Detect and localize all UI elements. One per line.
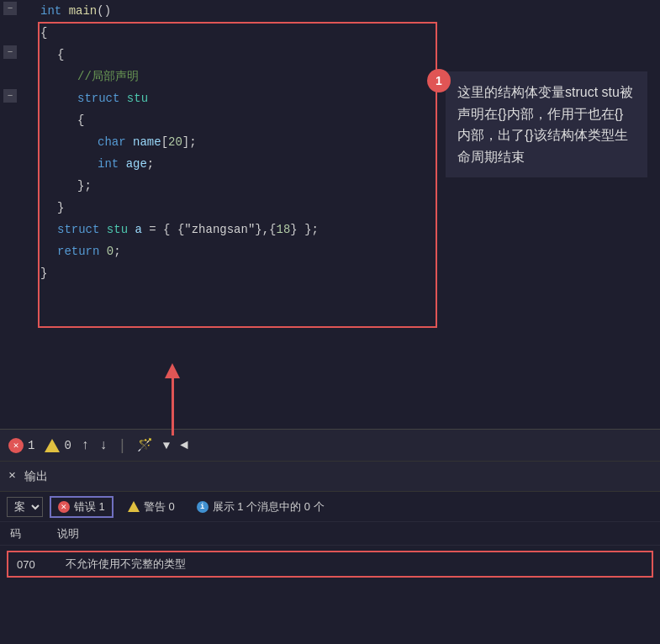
collapse-icon-2[interactable]: − xyxy=(3,45,17,59)
line-num-6 xyxy=(0,109,37,131)
table-header: 码 说明 xyxy=(0,522,660,546)
error-table-row[interactable]: 070 不允许使用不完整的类型 xyxy=(7,551,653,578)
line-num-7 xyxy=(0,131,37,153)
warning-count[interactable]: 0 xyxy=(45,439,71,452)
code-line-2: { xyxy=(37,22,660,44)
error-filter-label: 错误 1 xyxy=(74,499,105,515)
line-num-8 xyxy=(0,153,37,175)
error-description-cell: 不允许使用不完整的类型 xyxy=(59,557,652,572)
output-close-button[interactable]: × xyxy=(8,469,16,483)
warning-filter-label: 警告 0 xyxy=(144,499,175,515)
warning-icon xyxy=(45,439,60,452)
line-num-2 xyxy=(0,22,37,44)
code-line-11: struct stu a = { {"zhangsan"},{18} }; xyxy=(37,219,660,240)
editor-area: − − − int main() { xyxy=(0,0,660,429)
line-num-11 xyxy=(0,219,37,240)
warning-filter-icon xyxy=(128,501,140,512)
code-line-9: }; xyxy=(37,175,660,197)
nav-up-arrow[interactable]: ↑ xyxy=(82,438,90,453)
divider-1: | xyxy=(118,437,127,454)
output-title: 输出 xyxy=(24,469,48,484)
code-line-3: { xyxy=(37,44,660,66)
line-num-4 xyxy=(0,66,37,87)
warning-count-label: 0 xyxy=(64,439,71,452)
code-line-13: } xyxy=(37,262,660,284)
line-num-13 xyxy=(0,262,37,284)
code-line-1: int main() xyxy=(37,0,660,22)
output-header: × 输出 xyxy=(0,462,660,492)
error-count[interactable]: ✕ 1 xyxy=(8,438,34,453)
warning-filter-button[interactable]: 警告 0 xyxy=(120,497,182,517)
source-filter-dropdown[interactable]: 案 xyxy=(7,497,43,517)
collapse-icon-3[interactable]: − xyxy=(3,89,17,103)
col-header-description: 说明 xyxy=(50,526,660,541)
line-num-10 xyxy=(0,197,37,219)
line-num-12 xyxy=(0,240,37,262)
code-line-12: return 0; xyxy=(37,240,660,262)
error-filter-button[interactable]: ✕ 错误 1 xyxy=(50,496,114,518)
status-bar: ✕ 1 0 ↑ ↓ | 🪄 ▼ ◄ xyxy=(0,429,660,461)
error-icon: ✕ xyxy=(8,438,24,453)
info-filter-label: 展示 1 个消息中的 0 个 xyxy=(213,499,325,515)
col-header-code: 码 xyxy=(0,526,50,541)
annotation-tooltip: 这里的结构体变量struct stu被声明在{}内部，作用于也在{}内部，出了{… xyxy=(446,71,647,177)
line-num-9 xyxy=(0,175,37,197)
info-filter-icon: i xyxy=(197,501,209,513)
magic-wand-icon[interactable]: 🪄 xyxy=(137,437,153,453)
error-filter-icon: ✕ xyxy=(58,501,70,513)
code-lines[interactable]: int main() { { //局部声明 struct stu { char … xyxy=(37,0,660,429)
error-arrow xyxy=(165,363,180,435)
filter-bar: 案 ✕ 错误 1 警告 0 i 展示 1 个消息中的 0 个 xyxy=(0,492,660,522)
collapse-icon-1[interactable]: − xyxy=(3,2,17,15)
error-code-cell: 070 xyxy=(8,558,59,571)
error-count-label: 1 xyxy=(28,439,34,452)
nav-down-arrow[interactable]: ↓ xyxy=(99,438,108,453)
output-panel: × 输出 案 ✕ 错误 1 警告 0 i 展示 1 个消息中的 0 个 码 说明… xyxy=(0,461,660,644)
code-line-10: } xyxy=(37,197,660,219)
info-filter-button[interactable]: i 展示 1 个消息中的 0 个 xyxy=(189,497,332,517)
annotation-badge: 1 xyxy=(427,69,451,92)
dropdown-arrow-icon[interactable]: ▼ xyxy=(163,439,170,452)
back-arrow[interactable]: ◄ xyxy=(180,438,188,453)
annotation-text: 这里的结构体变量struct stu被声明在{}内部，作用于也在{}内部，出了{… xyxy=(457,85,633,164)
